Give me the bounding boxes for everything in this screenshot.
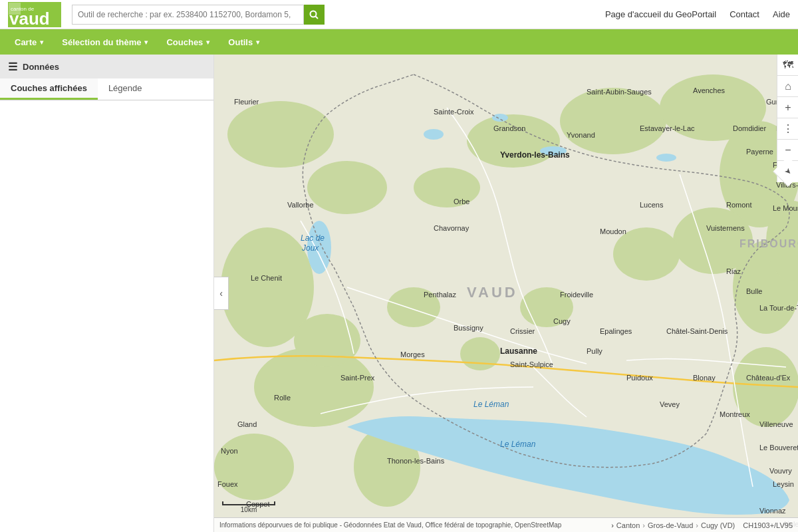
city-label-yverdon: Yverdon-les-Bains: [500, 150, 570, 160]
water-label-leman-small: Le Léman: [473, 400, 509, 409]
city-label-vevey: Vevey: [660, 400, 680, 408]
svg-line-5: [316, 16, 319, 19]
tab-legende[interactable]: Légende: [98, 78, 153, 100]
breadcrumb-sep: ›: [611, 521, 614, 529]
city-label-le-chenit: Le Chenit: [251, 274, 282, 282]
city-label-le-bouveret: Le Bouveret: [759, 444, 798, 452]
search-container: [72, 5, 325, 25]
city-label-cugy: Cugy: [553, 317, 571, 325]
menubar: Carte ▾ Sélection du thème ▾ Couches ▾ O…: [0, 29, 798, 55]
svg-point-13: [414, 168, 480, 207]
city-label-montreux: Montreux: [720, 410, 750, 418]
water-label-leman-large: Le Léman: [500, 440, 536, 449]
city-label-chatel: Châtel-Saint-Denis: [666, 327, 728, 335]
city-label-avenches: Avenches: [693, 86, 726, 94]
city-label-chateau-dex: Château-d'Ex: [746, 374, 791, 382]
city-label-pully: Pully: [587, 347, 602, 355]
city-label-gland: Gland: [237, 420, 257, 428]
city-label-estavayer: Estavayer-le-Lac: [640, 124, 695, 132]
city-label-chavornay: Chavornay: [434, 224, 469, 232]
region-label-vaud: VAUD: [467, 284, 518, 301]
sidebar-content: [0, 100, 213, 532]
svg-point-28: [424, 129, 444, 140]
region-label-fribourg: FRIBOURG: [739, 238, 798, 249]
city-label-lucens: Lucens: [640, 201, 664, 209]
scale-label: 10km: [241, 506, 257, 513]
map-container[interactable]: ‹: [214, 55, 798, 532]
menu-selection[interactable]: Sélection du thème ▾: [53, 29, 157, 55]
city-label-froideville: Froideville: [560, 291, 593, 299]
zoom-in-button[interactable]: +: [777, 97, 798, 118]
city-label-domdidier: Domdidier: [733, 124, 766, 132]
map-canvas[interactable]: Fleurier Saint-Aubin-Sauges Avenches Gur…: [214, 55, 798, 532]
sidebar-title: Données: [23, 62, 59, 72]
svg-point-15: [560, 88, 666, 154]
chevron-down-icon: ▾: [144, 39, 148, 46]
chevron-down-icon: ▾: [256, 39, 259, 46]
city-label-vallorbe: Vallorbe: [287, 201, 314, 209]
city-label-nyon: Nyon: [221, 447, 238, 455]
home-link[interactable]: Page d'accueil du GeoPortail: [605, 9, 716, 19]
city-label-bulle: Bulle: [746, 287, 762, 295]
city-label-fleurier: Fleurier: [234, 98, 259, 106]
breadcrumb-commune[interactable]: Cugy (VD): [701, 521, 735, 529]
city-label-morges: Morges: [400, 350, 425, 358]
city-label-crissier: Crissier: [510, 327, 535, 335]
sidebar: ☰ Données Couches affichées Légende: [0, 55, 214, 532]
search-input[interactable]: [72, 5, 304, 25]
breadcrumb-district[interactable]: Gros-de-Vaud: [648, 521, 693, 529]
city-label-moudon: Moudon: [600, 227, 626, 235]
city-label-vuisternens: Vuisternens: [706, 224, 745, 232]
search-button[interactable]: [304, 5, 325, 25]
city-label-lausanne: Lausanne: [500, 346, 537, 356]
scale-line: [222, 501, 275, 505]
svg-point-14: [467, 114, 560, 168]
city-label-bussigny: Bussigny: [454, 324, 483, 332]
menu-couches[interactable]: Couches ▾: [157, 29, 219, 55]
help-link[interactable]: Aide: [773, 9, 790, 19]
menu-outils[interactable]: Outils ▾: [219, 29, 269, 55]
city-label-thonon: Thonon-les-Bains: [387, 457, 445, 465]
city-label-orbe: Orbe: [454, 198, 469, 205]
chevron-down-icon: ▾: [206, 39, 209, 46]
main: ☰ Données Couches affichées Légende ‹: [0, 55, 798, 532]
city-label-villeneuve: Villeneuve: [759, 420, 793, 428]
svg-point-24: [460, 337, 500, 370]
map-view-button[interactable]: 🗺: [777, 55, 798, 76]
city-label-sainte-croix: Sainte-Croix: [434, 108, 474, 116]
info-text: Informations dépourvues de foi publique …: [219, 521, 561, 529]
chevron-down-icon: ▾: [40, 39, 43, 46]
svg-point-8: [307, 161, 387, 214]
city-label-tour-treme: La Tour-de-Trème: [759, 304, 798, 312]
city-label-rolle: Rolle: [274, 394, 291, 402]
city-label-romont: Romont: [726, 201, 752, 209]
contact-link[interactable]: Contact: [730, 9, 759, 19]
city-label-leysin: Leysin: [773, 480, 794, 488]
city-label-blonay: Blonay: [693, 374, 716, 382]
city-label-fouex: Fouex: [217, 480, 238, 488]
collapse-button[interactable]: ‹: [214, 277, 229, 310]
city-label-yvonand: Yvonand: [567, 131, 595, 139]
more-options-button[interactable]: ⋮: [777, 118, 798, 140]
city-label-vouvry: Vouvry: [769, 467, 792, 475]
sidebar-header: ☰ Données: [0, 55, 213, 78]
city-label-saint-aubin: Saint-Aubin-Sauges: [587, 88, 652, 96]
tab-couches-affichees[interactable]: Couches affichées: [0, 78, 98, 100]
svg-point-11: [214, 434, 294, 500]
compass-button[interactable]: ➤: [773, 156, 798, 186]
top-nav: Page d'accueil du GeoPortail Contact Aid…: [605, 9, 790, 19]
city-label-saint-sulpice: Saint-Sulpice: [510, 360, 553, 368]
svg-point-4: [311, 11, 317, 17]
breadcrumb-canton[interactable]: Canton: [616, 521, 640, 529]
city-label-grandson: Grandson: [493, 124, 525, 132]
right-toolbar: 🗺 ⌂ + ⋮ − ➤: [777, 55, 798, 182]
city-label-saint-prex: Saint-Prex: [340, 374, 375, 382]
menu-carte[interactable]: Carte ▾: [5, 29, 53, 55]
city-label-payerne: Payerne: [746, 148, 773, 156]
home-button[interactable]: ⌂: [777, 76, 798, 97]
city-label-riaz: Riaz: [726, 267, 741, 275]
sidebar-tabs: Couches affichées Légende: [0, 78, 213, 100]
svg-point-7: [227, 101, 334, 168]
svg-point-29: [492, 114, 508, 122]
city-label-puidoux: Puidoux: [626, 374, 653, 382]
